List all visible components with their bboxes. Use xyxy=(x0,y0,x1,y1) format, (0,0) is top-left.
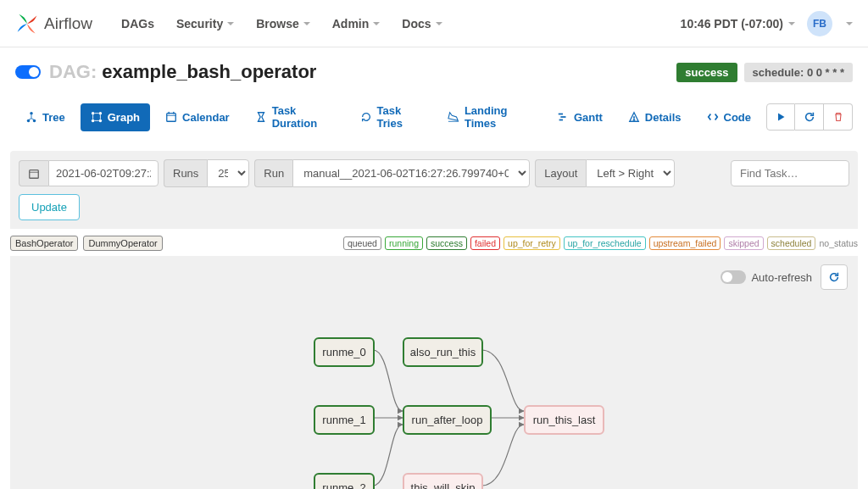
graph-wrap: Auto-refresh runme_0 runme_1 runme_2 als… xyxy=(10,256,858,489)
status-chip-success[interactable]: success xyxy=(426,236,467,250)
details-icon xyxy=(628,111,640,123)
dag-header: DAG: example_bash_operator success sched… xyxy=(0,47,868,88)
nav-security[interactable]: Security xyxy=(166,10,244,37)
find-task-input[interactable] xyxy=(731,160,849,186)
svg-point-7 xyxy=(98,119,102,123)
tab-tree[interactable]: Tree xyxy=(15,103,75,131)
find-task xyxy=(731,160,849,186)
gantt-icon xyxy=(557,111,569,123)
layout-select[interactable]: Left > Right xyxy=(586,159,675,187)
schedule-badge: schedule: 0 0 * * * xyxy=(744,63,853,82)
svg-point-14 xyxy=(633,119,634,120)
graph-refresh-button[interactable] xyxy=(821,264,848,290)
status-badge: success xyxy=(676,63,737,82)
chevron-down-icon xyxy=(227,22,234,25)
chevron-down-icon xyxy=(373,22,380,25)
user-avatar[interactable]: FB xyxy=(807,11,832,36)
nav-menu: DAGs Security Browse Admin Docs xyxy=(111,10,453,37)
task-node-this-will-skip[interactable]: this_will_skip xyxy=(403,473,483,489)
tab-details[interactable]: Details xyxy=(618,103,692,131)
chevron-down-icon xyxy=(436,22,442,25)
task-node-run-this-last[interactable]: run_this_last xyxy=(524,405,604,435)
tab-landing-times[interactable]: Landing Times xyxy=(437,97,542,137)
run-select[interactable]: manual__2021-06-02T16:27:26.799740+00:00 xyxy=(292,159,530,187)
tab-calendar[interactable]: Calendar xyxy=(155,103,240,131)
nav-browse[interactable]: Browse xyxy=(246,10,320,37)
datetime-icon-label xyxy=(19,160,48,186)
status-chip-skipped[interactable]: skipped xyxy=(724,236,763,250)
tabs-row: Tree Graph Calendar Task Duration Task T… xyxy=(0,88,868,146)
controls-panel: Runs 25 Run manual__2021-06-02T16:27:26.… xyxy=(10,151,858,229)
navbar: Airflow DAGs Security Browse Admin Docs … xyxy=(0,0,868,47)
task-node-runme-2[interactable]: runme_2 xyxy=(314,473,375,489)
datetime-input[interactable] xyxy=(48,160,159,186)
task-node-runme-0[interactable]: runme_0 xyxy=(314,337,375,367)
svg-rect-15 xyxy=(30,169,39,178)
calendar-icon xyxy=(165,111,177,123)
status-chip-up-for-retry[interactable]: up_for_retry xyxy=(504,236,560,250)
tree-icon xyxy=(25,111,37,123)
chevron-down-icon xyxy=(788,22,795,25)
chevron-down-icon xyxy=(303,22,310,25)
layout-label: Layout xyxy=(535,159,586,187)
status-chip-no-status[interactable]: no_status xyxy=(819,238,858,248)
run-label: Run xyxy=(254,159,292,187)
code-icon xyxy=(707,111,719,123)
graph-canvas[interactable]: runme_0 runme_1 runme_2 also_run_this ru… xyxy=(17,297,851,489)
delete-dag-button[interactable] xyxy=(824,103,853,131)
task-node-also-run-this[interactable]: also_run_this xyxy=(403,337,483,367)
nav-dags[interactable]: DAGs xyxy=(111,10,164,37)
legend-row: BashOperator DummyOperator queued runnin… xyxy=(0,229,868,256)
tab-gantt[interactable]: Gantt xyxy=(547,103,613,131)
airflow-logo-icon xyxy=(15,12,39,36)
trigger-dag-button[interactable] xyxy=(766,103,795,131)
graph-icon xyxy=(91,111,103,123)
brand-text: Airflow xyxy=(44,14,92,33)
status-chip-up-for-reschedule[interactable]: up_for_reschedule xyxy=(564,236,646,250)
graph-edges xyxy=(17,297,851,489)
update-button[interactable]: Update xyxy=(19,194,80,220)
nav-admin[interactable]: Admin xyxy=(322,10,391,37)
svg-rect-12 xyxy=(560,116,565,118)
svg-rect-1 xyxy=(31,114,32,118)
status-chip-scheduled[interactable]: scheduled xyxy=(767,236,816,250)
status-chip-queued[interactable]: queued xyxy=(343,236,381,250)
toggle-off-icon xyxy=(721,270,746,284)
tab-task-duration[interactable]: Task Duration xyxy=(245,97,345,137)
runs-label: Runs xyxy=(164,159,207,187)
svg-rect-10 xyxy=(173,112,174,114)
landing-icon xyxy=(448,111,459,123)
tab-graph[interactable]: Graph xyxy=(81,103,150,131)
status-chip-running[interactable]: running xyxy=(385,236,423,250)
dag-enable-toggle[interactable] xyxy=(15,65,41,79)
svg-point-0 xyxy=(30,112,33,115)
svg-rect-9 xyxy=(169,112,170,114)
svg-point-6 xyxy=(92,119,95,123)
trash-icon xyxy=(833,111,843,123)
status-chip-failed[interactable]: failed xyxy=(470,236,500,250)
tab-task-tries[interactable]: Task Tries xyxy=(350,97,432,137)
navbar-right: 10:46 PDT (-07:00) FB xyxy=(681,11,853,36)
graph-topbar: Auto-refresh xyxy=(17,263,851,297)
refresh-dag-button[interactable] xyxy=(795,103,824,131)
chevron-down-icon xyxy=(846,22,853,25)
tab-code[interactable]: Code xyxy=(697,103,762,131)
auto-refresh-toggle[interactable]: Auto-refresh xyxy=(721,270,812,284)
task-node-run-after-loop[interactable]: run_after_loop xyxy=(403,405,492,435)
svg-point-4 xyxy=(92,112,95,115)
svg-point-5 xyxy=(98,112,102,115)
svg-rect-13 xyxy=(559,119,563,121)
calendar-icon xyxy=(28,168,40,180)
task-node-runme-1[interactable]: runme_1 xyxy=(314,405,375,435)
clock[interactable]: 10:46 PDT (-07:00) xyxy=(681,17,795,31)
status-chip-upstream-failed[interactable]: upstream_failed xyxy=(649,236,721,250)
brand[interactable]: Airflow xyxy=(15,12,92,36)
refresh-icon xyxy=(828,271,840,283)
dag-title: DAG: example_bash_operator xyxy=(49,61,316,83)
play-icon xyxy=(776,112,786,122)
operator-chip-dummy[interactable]: DummyOperator xyxy=(83,236,162,251)
runs-select[interactable]: 25 xyxy=(207,159,249,187)
nav-docs[interactable]: Docs xyxy=(392,10,452,37)
operator-chip-bash[interactable]: BashOperator xyxy=(10,236,78,251)
svg-rect-8 xyxy=(167,114,176,122)
